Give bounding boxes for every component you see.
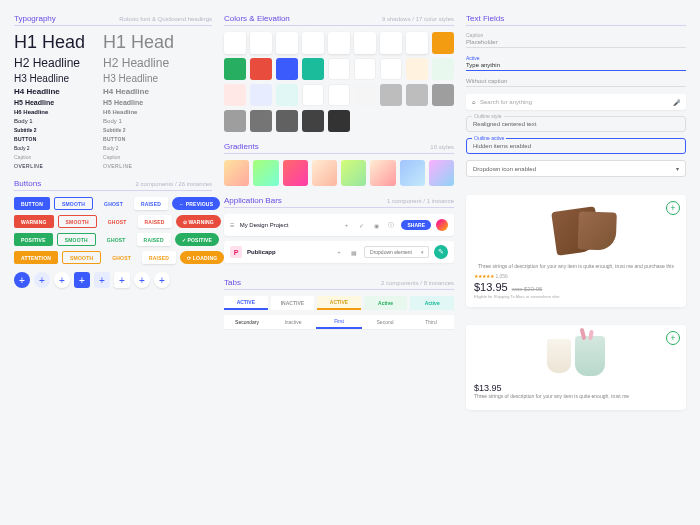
fab-add-square-white[interactable]: + [114, 272, 130, 288]
price: $13.95 [474, 281, 508, 293]
fab-add-light[interactable]: + [34, 272, 50, 288]
elevation-swatch [302, 32, 324, 54]
button-attention[interactable]: ATTENTION [14, 251, 58, 264]
section-title: Typography [14, 14, 56, 23]
button-warning-icon[interactable]: ⊘ WARNING [176, 215, 221, 228]
tab-active-green[interactable]: Active [364, 296, 408, 310]
textfield-outline-active[interactable]: Outline active Hidden items enabled [466, 138, 686, 154]
color-swatch [406, 84, 428, 106]
tab-active[interactable]: ACTIVE [224, 296, 268, 310]
color-swatch [354, 58, 376, 80]
search-input[interactable]: ⌕ Search for anything 🎤 [466, 94, 686, 110]
product-image [474, 333, 678, 379]
section-title: Tabs [224, 278, 241, 287]
section-title: Application Bars [224, 196, 282, 205]
fab-add-square[interactable]: + [74, 272, 90, 288]
button-warning[interactable]: WARNING [14, 215, 54, 228]
button-ghost[interactable]: GHOST [101, 215, 134, 228]
section-title: Buttons [14, 179, 41, 188]
textfield-outline[interactable]: Outline style Realigned centered text [466, 116, 686, 132]
textfield-nocaption[interactable]: Without caption [466, 78, 686, 87]
dropdown-field[interactable]: Dropdown icon enabled ▾ [466, 160, 686, 177]
appbar-brand: P Publicapp + ▦ Dropdown element ✎ [224, 241, 454, 263]
gradients-section: Gradients 10 styles [224, 142, 454, 186]
product-card-vase[interactable]: + $13.95 Three strings of description fo… [466, 325, 686, 411]
tab-inactive[interactable]: INACTIVE [271, 296, 315, 310]
elevation-swatch [250, 32, 272, 54]
button-raised[interactable]: RAISED [142, 251, 176, 264]
tab-secondary[interactable]: Secondary [224, 315, 270, 329]
button-primary[interactable]: BUTTON [14, 197, 50, 210]
section-subtitle: 10 styles [430, 144, 454, 150]
fab-add-square-light[interactable]: + [94, 272, 110, 288]
info-icon[interactable]: ⓘ [386, 220, 396, 230]
button-raised[interactable]: RAISED [138, 215, 172, 228]
elevation-swatch [224, 32, 246, 54]
chevron-down-icon: ▾ [676, 165, 679, 172]
button-positive-icon[interactable]: ✓ POSITIVE [175, 233, 219, 246]
gradient-swatch [224, 160, 249, 186]
color-swatch [276, 84, 298, 106]
button-ghost[interactable]: GHOST [105, 251, 138, 264]
button-smooth[interactable]: SMOOTH [62, 251, 101, 264]
tab-active-amber[interactable]: ACTIVE [317, 296, 361, 310]
elevation-swatch [328, 32, 350, 54]
dropdown[interactable]: Dropdown element [364, 246, 429, 258]
color-swatch [302, 58, 324, 80]
add-button[interactable]: + [666, 331, 680, 345]
button-raised[interactable]: RAISED [134, 197, 168, 210]
fab-add-white[interactable]: + [54, 272, 70, 288]
fab-add[interactable]: + [14, 272, 30, 288]
add-button[interactable]: + [666, 201, 680, 215]
typography-light-col: H1 Head H2 Headline H3 Headline H4 Headl… [103, 32, 174, 169]
plus-icon[interactable]: + [341, 220, 351, 230]
color-swatch [302, 84, 324, 106]
textfield-caption[interactable]: Caption Placeholder [466, 32, 686, 48]
button-smooth[interactable]: SMOOTH [54, 197, 93, 210]
tab-active-teal[interactable]: Active [410, 296, 454, 310]
colors-section: Colors & Elevation 9 shadows / 17 color … [224, 14, 454, 132]
section-title: Colors & Elevation [224, 14, 290, 23]
button-loading[interactable]: ⟳ LOADING [180, 251, 224, 264]
fab-add-outline[interactable]: + [134, 272, 150, 288]
color-swatch [328, 84, 350, 106]
buttons-section: Buttons 2 components / 26 instances BUTT… [14, 179, 212, 288]
tab-inactive[interactable]: Inactive [270, 315, 316, 329]
eye-icon[interactable]: ◉ [371, 220, 381, 230]
tab-first[interactable]: First [316, 315, 362, 329]
button-ghost[interactable]: GHOST [97, 197, 130, 210]
brand-name: Publicapp [247, 249, 329, 255]
price-old: was $23.95 [512, 286, 543, 292]
textfield-active[interactable]: Active Type anythin [466, 55, 686, 71]
section-subtitle: Roboto font & Quicksand headings [119, 16, 212, 22]
button-ghost[interactable]: GHOST [100, 233, 133, 246]
plus-icon[interactable]: + [334, 247, 344, 257]
share-button[interactable]: SHARE [401, 220, 431, 230]
edit-fab[interactable]: ✎ [434, 245, 448, 259]
color-swatch [432, 84, 454, 106]
grid-icon[interactable]: ▦ [349, 247, 359, 257]
color-swatch [276, 58, 298, 80]
button-raised[interactable]: RAISED [137, 233, 171, 246]
button-positive[interactable]: POSITIVE [14, 233, 53, 246]
tab-third[interactable]: Third [408, 315, 454, 329]
fab-add-outline[interactable]: + [154, 272, 170, 288]
check-icon[interactable]: ✓ [356, 220, 366, 230]
typography-dark-col: H1 Head H2 Headline H3 Headline H4 Headl… [14, 32, 85, 169]
color-swatch [224, 110, 246, 132]
button-smooth[interactable]: SMOOTH [58, 215, 97, 228]
section-subtitle: 2 components / 26 instances [136, 181, 212, 187]
tab-second[interactable]: Second [362, 315, 408, 329]
button-smooth[interactable]: SMOOTH [57, 233, 96, 246]
product-card-boots[interactable]: + Three strings of description for your … [466, 195, 686, 307]
textfields-section: Text Fields Caption Placeholder Active T… [466, 14, 686, 177]
color-swatch-grid [224, 32, 454, 132]
price: $13.95 [474, 383, 678, 393]
button-previous[interactable]: ← PREVIOUS [172, 197, 220, 210]
gradient-swatch [370, 160, 395, 186]
mic-icon[interactable]: 🎤 [673, 99, 680, 106]
gradient-swatch [283, 160, 308, 186]
avatar[interactable] [436, 219, 448, 231]
menu-icon[interactable]: ≡ [230, 221, 235, 230]
color-swatch [302, 110, 324, 132]
